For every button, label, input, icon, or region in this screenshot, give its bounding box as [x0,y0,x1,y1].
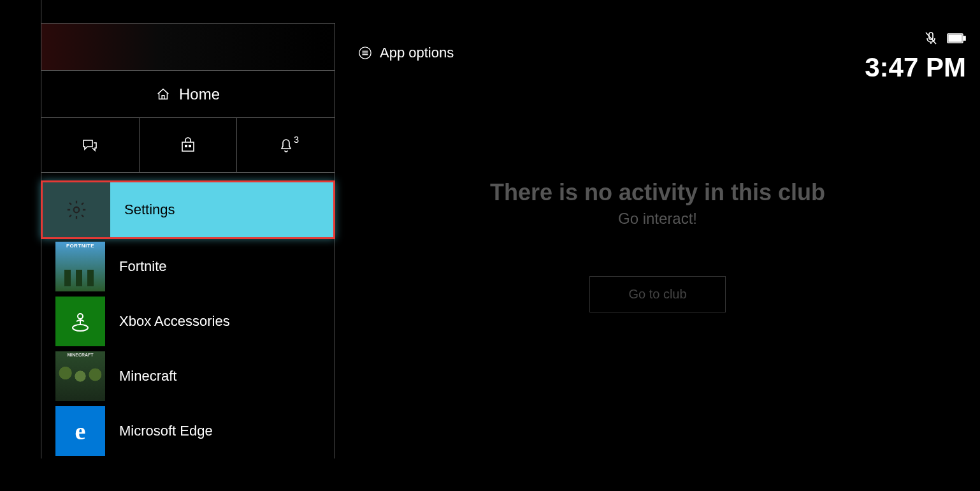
store-icon [180,137,196,154]
bell-icon [279,138,293,153]
svg-point-3 [73,325,88,331]
home-label: Home [179,85,220,103]
profile-banner[interactable] [41,24,335,71]
app-item-fortnite[interactable]: Fortnite [41,239,335,294]
home-tab[interactable]: Home [41,71,335,118]
app-label: Microsoft Edge [119,423,213,439]
app-item-minecraft[interactable]: Minecraft [41,349,335,404]
svg-point-2 [74,207,80,213]
svg-rect-0 [185,145,187,147]
tab-store[interactable] [140,118,238,172]
app-item-edge[interactable]: e Microsoft Edge [41,404,335,458]
edge-tile-icon: e [55,406,105,456]
fortnite-tile-icon [55,242,105,291]
app-list: Settings Fortnite Xbox Accessories Minec… [41,173,335,458]
accessories-tile-icon [55,297,105,346]
app-item-settings[interactable]: Settings [41,180,335,239]
notification-badge: 3 [294,135,299,145]
app-label: Xbox Accessories [119,313,230,330]
content-area: There is no activity in this club Go int… [335,0,980,491]
empty-state-title: There is no activity in this club [490,179,825,206]
app-item-xbox-accessories[interactable]: Xbox Accessories [41,294,335,349]
home-icon [156,87,170,101]
app-label: Fortnite [119,258,167,275]
guide-sidebar: Home [41,23,335,458]
svg-rect-1 [189,145,191,147]
empty-state-subtitle: Go interact! [618,210,697,228]
app-label: Settings [124,202,175,218]
divider-line [41,0,41,23]
minecraft-tile-icon [55,351,105,401]
go-to-club-button[interactable]: Go to club [589,276,725,312]
gear-icon [43,182,110,237]
tab-notifications[interactable]: 3 [237,118,335,172]
chat-icon [81,138,99,153]
guide-tabs: 3 [41,118,335,173]
tab-chat[interactable] [41,118,140,172]
app-label: Minecraft [119,368,177,385]
